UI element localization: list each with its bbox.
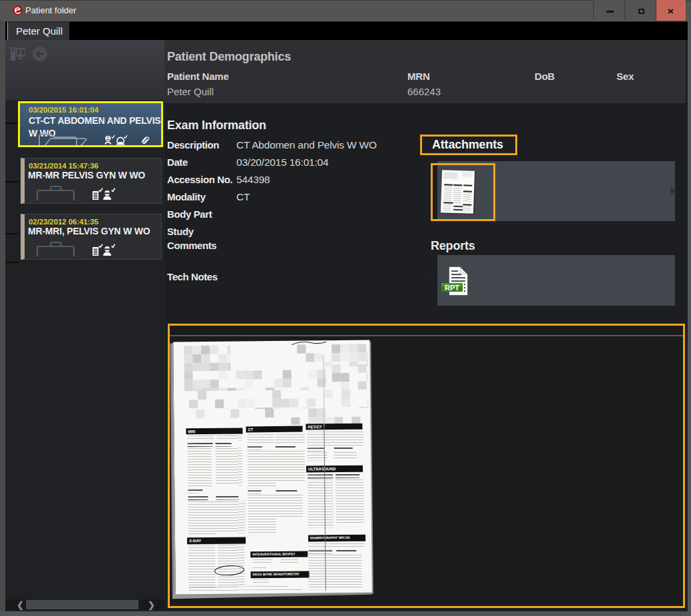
svg-text:RPT: RPT [445,284,459,292]
